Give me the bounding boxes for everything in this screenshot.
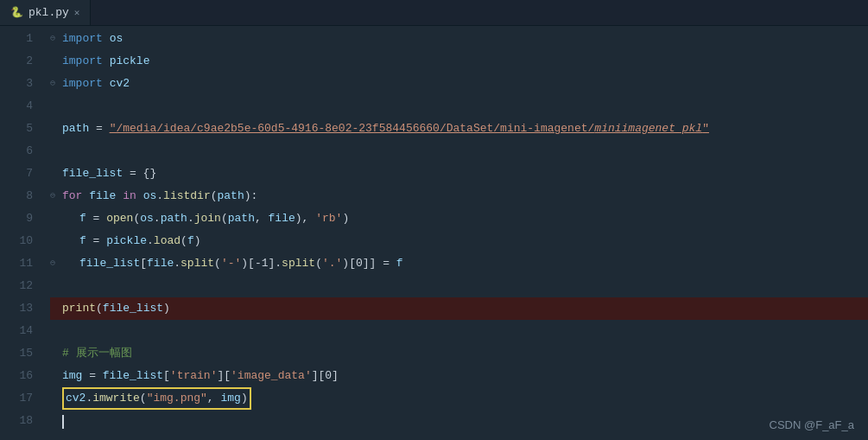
line-num-7: 7 xyxy=(0,163,33,185)
tab-pkl[interactable]: 🐍 pkl.py ✕ xyxy=(0,0,91,25)
code-line-5: path = "/media/idea/c9ae2b5e-60d5-4916-8… xyxy=(50,118,868,140)
code-line-9: f = open(os.path.join(path, file), 'rb') xyxy=(50,207,868,230)
line-num-12: 12 xyxy=(0,275,33,297)
line-num-11: 11 xyxy=(0,252,33,275)
code-line-17: cv2.imwrite("img.png", img) xyxy=(50,387,868,410)
line-num-18: 18 xyxy=(0,410,33,432)
fold-spacer-16 xyxy=(50,365,59,387)
line-num-10: 10 xyxy=(0,230,33,252)
line-num-3: 3 xyxy=(0,73,33,95)
fold-spacer-18 xyxy=(50,410,59,432)
line-num-2: 2 xyxy=(0,50,33,73)
tab-icon: 🐍 xyxy=(10,6,23,19)
line-num-1: 1 xyxy=(0,28,33,50)
code-line-15: # 展示一幅图 xyxy=(50,342,868,365)
line-num-4: 4 xyxy=(0,95,33,118)
fold-spacer-15 xyxy=(50,342,59,365)
line-num-14: 14 xyxy=(0,320,33,342)
editor: 1 2 3 4 5 6 7 8 9 10 11 12 13 14 15 16 1… xyxy=(0,26,868,440)
code-line-3: ⊖import cv2 xyxy=(50,73,868,95)
fold-spacer-13 xyxy=(50,297,59,320)
code-line-1: ⊖import os xyxy=(50,28,868,50)
fold-icon-8[interactable]: ⊖ xyxy=(50,185,59,207)
fold-spacer-5 xyxy=(50,118,59,140)
code-line-13: print(file_list) xyxy=(50,297,868,320)
fold-spacer-7 xyxy=(50,163,59,185)
line-numbers: 1 2 3 4 5 6 7 8 9 10 11 12 13 14 15 16 1… xyxy=(0,26,43,440)
code-line-8: ⊖for file in os.listdir(path): xyxy=(50,185,868,207)
code-line-6 xyxy=(50,140,868,163)
line-num-15: 15 xyxy=(0,342,33,365)
code-line-10: f = pickle.load(f) xyxy=(50,230,868,252)
fold-icon-11[interactable]: ⊖ xyxy=(50,252,59,275)
code-line-11: ⊖file_list[file.split('-')[-1].split('.'… xyxy=(50,252,868,275)
fold-icon-3[interactable]: ⊖ xyxy=(50,73,59,95)
tab-label: pkl.py xyxy=(29,6,69,19)
line-num-5: 5 xyxy=(0,118,33,140)
line-num-13: 13 xyxy=(0,297,33,320)
watermark: CSDN @F_aF_a xyxy=(770,418,854,431)
code-line-16: img = file_list['train']['image_data'][0… xyxy=(50,365,868,387)
fold-spacer-2 xyxy=(50,50,59,73)
tab-bar: 🐍 pkl.py ✕ xyxy=(0,0,868,26)
line-num-9: 9 xyxy=(0,207,33,230)
line-num-8: 8 xyxy=(0,185,33,207)
code-area[interactable]: ⊖import os import pickle ⊖import cv2 pat… xyxy=(43,26,868,440)
code-line-18 xyxy=(50,410,868,432)
code-line-12 xyxy=(50,275,868,297)
code-line-14 xyxy=(50,320,868,342)
tab-close-icon[interactable]: ✕ xyxy=(74,7,80,18)
fold-spacer-9 xyxy=(50,207,59,230)
code-line-4 xyxy=(50,95,868,118)
code-line-2: import pickle xyxy=(50,50,868,73)
fold-spacer-17 xyxy=(50,387,59,410)
line-num-6: 6 xyxy=(0,140,33,163)
fold-spacer-10 xyxy=(50,230,59,252)
fold-icon-1[interactable]: ⊖ xyxy=(50,28,59,50)
line-num-16: 16 xyxy=(0,365,33,387)
line-num-17: 17 xyxy=(0,387,33,410)
code-line-7: file_list = {} xyxy=(50,163,868,185)
